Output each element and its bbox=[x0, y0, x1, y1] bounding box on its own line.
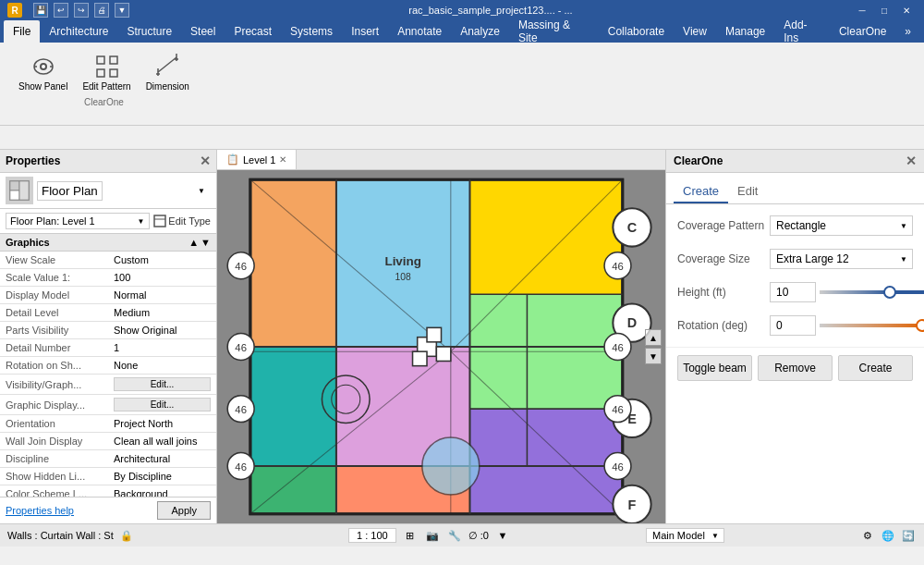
tab-view[interactable]: View bbox=[674, 20, 716, 43]
properties-footer: Properties help Apply bbox=[0, 497, 216, 523]
dimension-button[interactable]: Dimension bbox=[142, 50, 193, 93]
tab-manage[interactable]: Manage bbox=[716, 20, 774, 43]
edit-button[interactable]: Edit... bbox=[114, 377, 211, 391]
tab-create[interactable]: Create bbox=[674, 180, 728, 203]
window-title: rac_basic_sample_project123.... - ... bbox=[129, 5, 852, 16]
floor-plan-icon bbox=[6, 177, 33, 204]
grid-icon[interactable]: ⊞ bbox=[402, 527, 419, 544]
properties-close-button[interactable]: ✕ bbox=[200, 154, 211, 168]
tools-icon[interactable]: 🔧 bbox=[446, 527, 463, 544]
edit-button[interactable]: Edit... bbox=[114, 398, 211, 411]
tab-close-button[interactable]: ✕ bbox=[279, 154, 286, 165]
tab-structure[interactable]: Structure bbox=[117, 20, 181, 43]
status-bar: Walls : Curtain Wall : St 🔒 1 : 100 ⊞ 📷 … bbox=[0, 523, 924, 547]
level1-tab[interactable]: 📋 Level 1 ✕ bbox=[217, 150, 297, 169]
floor-plan-dropdown[interactable]: Floor Plan: Level 1 bbox=[6, 213, 150, 229]
window-controls[interactable]: ─ □ ✕ bbox=[852, 3, 917, 18]
status-left: Walls : Curtain Wall : St 🔒 bbox=[7, 530, 341, 542]
settings-icon[interactable]: ⚙ bbox=[859, 527, 876, 544]
title-bar: R 💾 ↩ ↪ 🖨 ▼ rac_basic_sample_project123.… bbox=[0, 0, 924, 20]
ribbon-group-clearone-label: ClearOne bbox=[84, 97, 124, 107]
rotation-slider[interactable] bbox=[820, 324, 924, 327]
tab-precast[interactable]: Precast bbox=[225, 20, 281, 43]
eye-icon bbox=[29, 52, 58, 81]
filter-icon[interactable]: ▼ bbox=[494, 527, 511, 544]
apply-button[interactable]: Apply bbox=[157, 501, 211, 520]
tab-architecture[interactable]: Architecture bbox=[40, 20, 117, 43]
options-icon[interactable]: ▼ bbox=[115, 3, 129, 18]
canvas-area: 📋 Level 1 ✕ bbox=[217, 150, 665, 523]
prop-key: Wall Join Display bbox=[0, 433, 108, 450]
tab-systems[interactable]: Systems bbox=[281, 20, 342, 43]
tab-more[interactable]: » bbox=[895, 20, 920, 43]
dimension-icon bbox=[152, 52, 182, 81]
tab-annotate[interactable]: Annotate bbox=[388, 20, 451, 43]
undo-icon[interactable]: ↩ bbox=[54, 3, 68, 18]
sync-icon[interactable]: 🔄 bbox=[900, 527, 917, 544]
remove-button[interactable]: Remove bbox=[758, 355, 833, 381]
prop-value: Show Original bbox=[108, 322, 216, 339]
height-label: Height (ft) bbox=[677, 286, 770, 299]
height-row: Height (ft) 10 bbox=[677, 282, 913, 302]
clearone-panel: ClearOne ✕ Create Edit Coverage Pattern … bbox=[665, 150, 924, 523]
tab-steel[interactable]: Steel bbox=[181, 20, 225, 43]
svg-point-2 bbox=[42, 65, 45, 68]
tab-clearone[interactable]: ClearOne bbox=[830, 20, 895, 43]
camera-icon[interactable]: 📷 bbox=[424, 527, 441, 544]
properties-panel-header: Properties ✕ bbox=[0, 150, 216, 173]
properties-help-link[interactable]: Properties help bbox=[6, 505, 74, 516]
main-area: Properties ✕ Floor Plan Floor bbox=[0, 150, 924, 523]
status-right: ⚙ 🌐 🔄 bbox=[859, 527, 917, 544]
height-input[interactable]: 10 bbox=[770, 282, 816, 302]
type-selector-dropdown[interactable]: Floor Plan bbox=[37, 181, 103, 201]
svg-text:F: F bbox=[628, 497, 637, 512]
show-panel-button[interactable]: Show Panel bbox=[15, 50, 71, 93]
tab-file[interactable]: File bbox=[4, 20, 40, 43]
ribbon-tab-bar: File Architecture Structure Steel Precas… bbox=[0, 20, 924, 43]
svg-rect-8 bbox=[110, 69, 117, 77]
tab-collaborate[interactable]: Collaborate bbox=[599, 20, 674, 43]
prop-value: Clean all wall joins bbox=[108, 433, 216, 450]
prop-key: Visibility/Graph... bbox=[0, 375, 108, 395]
canvas-viewport[interactable]: Living 108 C D E F bbox=[217, 170, 665, 523]
svg-rect-17 bbox=[19, 181, 29, 200]
prop-value: Normal bbox=[108, 287, 216, 304]
prop-key: Color Scheme L... bbox=[0, 485, 108, 497]
minimize-button[interactable]: ─ bbox=[852, 3, 872, 18]
panel-type-selector: Floor Plan bbox=[0, 173, 216, 209]
svg-rect-15 bbox=[10, 181, 19, 190]
info-bar bbox=[0, 126, 924, 150]
prop-key: Detail Level bbox=[0, 304, 108, 322]
create-button[interactable]: Create bbox=[838, 355, 913, 381]
model-select[interactable]: Main Model bbox=[646, 528, 724, 543]
coverage-pattern-row: Coverage Pattern Rectangle Circle Triang… bbox=[677, 215, 913, 236]
redo-icon[interactable]: ↪ bbox=[74, 3, 89, 18]
rotation-input[interactable] bbox=[770, 315, 816, 336]
coverage-size-select[interactable]: Small Medium Large Extra Large 12 bbox=[770, 249, 913, 269]
edit-type-button[interactable]: Edit Type bbox=[153, 215, 211, 227]
nav-down-button[interactable]: ▼ bbox=[645, 348, 662, 364]
edit-pattern-button[interactable]: Edit Pattern bbox=[79, 50, 134, 93]
status-icon-small: 🔒 bbox=[120, 530, 133, 541]
tab-analyze[interactable]: Analyze bbox=[451, 20, 509, 43]
close-button[interactable]: ✕ bbox=[896, 3, 917, 18]
tab-edit[interactable]: Edit bbox=[728, 180, 767, 203]
print-icon[interactable]: 🖨 bbox=[94, 3, 109, 18]
network-icon[interactable]: 🌐 bbox=[880, 527, 896, 544]
tab-addins[interactable]: Add-Ins bbox=[774, 20, 830, 43]
prop-key: Parts Visibility bbox=[0, 322, 108, 339]
section-collapse-icon[interactable]: ▲ bbox=[188, 237, 199, 248]
prop-key: Display Model bbox=[0, 287, 108, 304]
clearone-close-button[interactable]: ✕ bbox=[906, 154, 917, 168]
tab-insert[interactable]: Insert bbox=[342, 20, 388, 43]
section-expand-icon[interactable]: ▼ bbox=[201, 237, 211, 248]
title-bar-left: R 💾 ↩ ↪ 🖨 ▼ bbox=[7, 3, 129, 18]
coverage-pattern-select[interactable]: Rectangle Circle Triangle bbox=[770, 215, 913, 236]
prop-key: View Scale bbox=[0, 252, 108, 269]
toggle-beam-button[interactable]: Toggle beam bbox=[677, 355, 752, 381]
save-icon[interactable]: 💾 bbox=[33, 3, 48, 18]
maximize-button[interactable]: □ bbox=[874, 3, 894, 18]
tab-massing-site[interactable]: Massing & Site bbox=[509, 20, 599, 43]
nav-up-button[interactable]: ▲ bbox=[645, 329, 662, 346]
height-slider[interactable] bbox=[820, 290, 924, 294]
